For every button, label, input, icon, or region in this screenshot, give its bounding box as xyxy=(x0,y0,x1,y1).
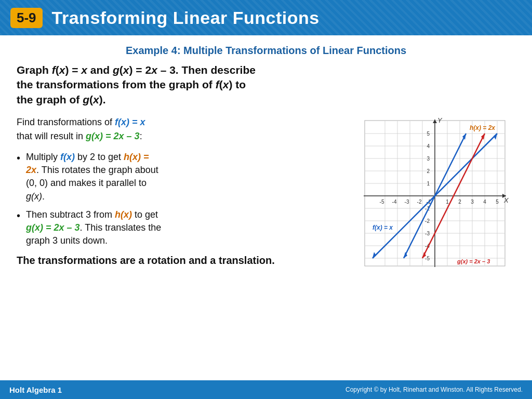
svg-text:f(x) = x: f(x) = x xyxy=(373,224,393,231)
bullet-item-2: Then subtract 3 from h(x) to get g(x) = … xyxy=(17,208,344,248)
bullet-item-1: Multiply f(x) by 2 to get h(x) =2x. This… xyxy=(17,151,344,203)
svg-text:1: 1 xyxy=(446,199,449,205)
fx-ref1: f(x) = x xyxy=(115,117,145,127)
problem-line2: the transformations from the graph of f(… xyxy=(17,78,246,90)
footer-copyright: Copyright © by Holt, Rinehart and Winsto… xyxy=(345,386,523,393)
fx-ref2: f(x) xyxy=(60,152,75,162)
svg-text:1: 1 xyxy=(427,181,430,187)
svg-text:-3: -3 xyxy=(405,199,409,205)
svg-text:-2: -2 xyxy=(417,199,422,205)
gx-ref3: g(x) = 2x – 3 xyxy=(26,222,80,233)
svg-text:-4: -4 xyxy=(392,199,397,205)
gx-ref1: g(x) = 2x – 3 xyxy=(86,131,140,141)
example-title: Example 4: Multiple Transformations of L… xyxy=(17,45,515,57)
svg-text:g(x) = 2x – 3: g(x) = 2x – 3 xyxy=(457,258,490,264)
page-title: Transforming Linear Functions xyxy=(52,8,320,28)
svg-text:4: 4 xyxy=(483,199,486,205)
main-content: Example 4: Multiple Transformations of L… xyxy=(0,35,532,289)
graph-container: X Y -5 -4 -3 -2 -1 1 2 3 4 5 5 4 3 2 1 -… xyxy=(354,115,515,284)
problem-statement: Graph f(x) = x and g(x) = 2x – 3. Then d… xyxy=(17,63,515,107)
problem-line3: the graph of g(x). xyxy=(17,94,106,105)
footer-publisher: Holt Algebra 1 xyxy=(9,385,62,394)
solution-row: Find transformations of f(x) = x that wi… xyxy=(17,115,515,284)
svg-text:-5: -5 xyxy=(425,256,430,261)
solution-text: Find transformations of f(x) = x that wi… xyxy=(17,115,344,268)
hx-ref2: h(x) xyxy=(115,209,132,220)
svg-text:3: 3 xyxy=(427,156,430,162)
problem-line1: Graph f(x) = x and g(x) = 2x – 3. Then d… xyxy=(17,64,256,76)
svg-text:Y: Y xyxy=(437,116,443,124)
svg-text:-5: -5 xyxy=(380,199,384,205)
coordinate-graph: X Y -5 -4 -3 -2 -1 1 2 3 4 5 5 4 3 2 1 -… xyxy=(354,115,515,282)
page-header: 5-9 Transforming Linear Functions xyxy=(0,0,532,35)
svg-text:5: 5 xyxy=(496,199,499,205)
svg-text:-3: -3 xyxy=(425,231,430,236)
conclusion: The transformations are a rotation and a… xyxy=(17,252,344,268)
svg-text:5: 5 xyxy=(427,131,430,137)
bullet-list: Multiply f(x) by 2 to get h(x) =2x. This… xyxy=(17,151,344,247)
find-transformations: Find transformations of f(x) = x that wi… xyxy=(17,115,344,143)
svg-text:3: 3 xyxy=(471,199,474,205)
hx-ref1: h(x) =2x xyxy=(26,152,149,175)
svg-text:2: 2 xyxy=(427,168,430,174)
svg-text:2: 2 xyxy=(458,199,461,205)
page-footer: Holt Algebra 1 Copyright © by Holt, Rine… xyxy=(0,380,532,399)
gx-ref2: g(x) xyxy=(26,191,42,202)
svg-text:-2: -2 xyxy=(425,218,430,224)
svg-text:4: 4 xyxy=(427,143,430,149)
section-badge: 5-9 xyxy=(10,8,43,28)
svg-text:h(x) = 2x: h(x) = 2x xyxy=(470,124,496,131)
svg-text:X: X xyxy=(503,196,509,204)
